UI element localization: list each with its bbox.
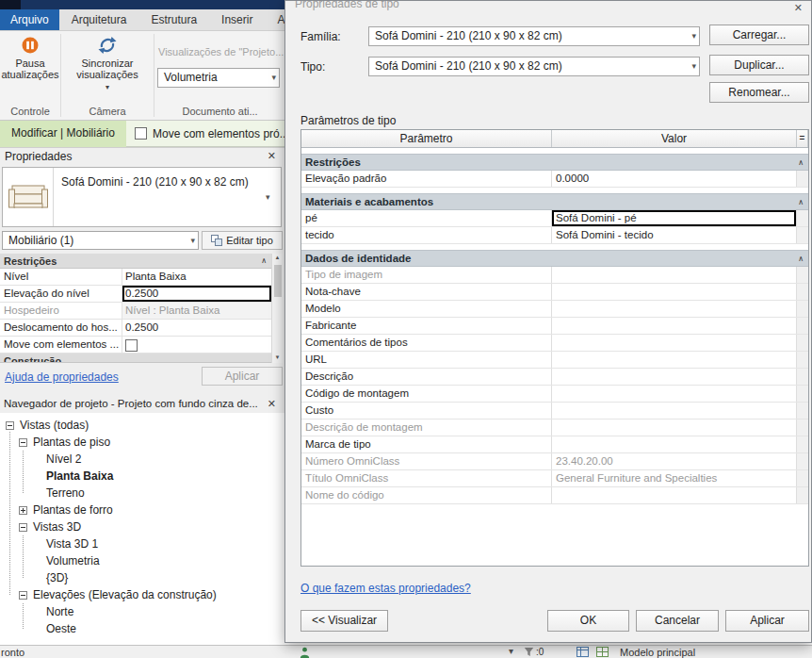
ribbon-tab-arquivo[interactable]: Arquivo — [0, 9, 59, 30]
tree-item[interactable]: Norte — [0, 603, 284, 620]
close-icon[interactable]: ✕ — [794, 2, 803, 14]
worksharing-user-icon[interactable] — [300, 647, 310, 658]
tree-item[interactable]: Volumetria — [0, 552, 284, 569]
associate-parameter-cell — [797, 171, 808, 187]
ribbon-tab-arquitetura[interactable]: Arquitetura — [59, 9, 139, 30]
sync-icon — [97, 36, 118, 55]
palette-section-header-clipped[interactable]: Construção — [0, 354, 271, 363]
parameter-row: Número OmniClass23.40.20.00 — [301, 453, 808, 470]
sync-views-button[interactable]: Sincronizar visualizações ▾ — [62, 34, 153, 94]
preview-button[interactable]: << Visualizar — [300, 610, 388, 632]
tree-item[interactable]: Vista 3D 1 — [0, 535, 284, 552]
property-value[interactable]: 0.2500 — [122, 286, 271, 302]
load-button[interactable]: Carregar... — [709, 25, 809, 45]
parameter-name-cell: Tipo de imagem — [301, 267, 552, 283]
dialog-help-link[interactable]: O que fazem estas propriedades? — [300, 582, 471, 595]
parameter-value-cell[interactable] — [552, 369, 797, 385]
tree-item[interactable]: Terreno — [0, 485, 284, 502]
property-value[interactable]: Nível : Planta Baixa — [122, 303, 271, 319]
parameter-value-cell[interactable] — [552, 335, 797, 351]
tree-item-label: Vista 3D 1 — [46, 537, 98, 551]
palette-apply-button[interactable]: Aplicar — [202, 367, 283, 386]
collapse-icon[interactable] — [19, 523, 27, 532]
parameter-value-cell[interactable]: General Furniture and Specialties — [552, 470, 797, 486]
parameter-group-header[interactable]: Restrições∧ — [301, 154, 808, 171]
parameter-row: Código de montagem — [301, 386, 808, 403]
parameter-value-cell[interactable] — [552, 267, 797, 283]
panel-label-documento: Documento ati... — [155, 106, 284, 117]
tree-item[interactable]: Planta Baixa — [0, 468, 284, 485]
close-icon[interactable]: ✕ — [268, 150, 276, 162]
edit-type-button[interactable]: Editar tipo — [202, 231, 283, 250]
dialog-apply-button[interactable]: Aplicar — [725, 610, 809, 632]
parameter-value-cell[interactable]: 0.0000 — [552, 171, 797, 187]
type-selector[interactable]: Sofá Domini - 210 (210 x 90 x 82 cm) ▾ — [2, 167, 282, 227]
type-parameters-table: Parâmetro Valor = Restrições∧Elevação pa… — [300, 129, 809, 567]
parameter-row: Título OmniClassGeneral Furniture and Sp… — [301, 470, 808, 487]
parameter-name-cell: Fabricante — [301, 318, 552, 334]
scroll-down-icon[interactable]: ▼ — [272, 354, 283, 362]
collapse-icon[interactable] — [6, 421, 14, 430]
parameter-row: péSofá Domini - pé — [301, 210, 808, 227]
ribbon-tab-inserir[interactable]: Inserir — [209, 9, 265, 30]
parameter-row: Descrição de montagem — [301, 419, 808, 436]
parameter-value-cell[interactable] — [552, 419, 797, 436]
family-combo[interactable]: Sofá Domini - 210 (210 x 90 x 82 cm) ▾ — [368, 26, 700, 46]
parameter-row: Custo — [301, 403, 808, 419]
property-value[interactable] — [122, 337, 271, 353]
tree-item[interactable]: Nível 2 — [0, 451, 284, 468]
tree-item[interactable]: Oeste — [0, 620, 284, 637]
type-combo[interactable]: Sofá Domini - 210 (210 x 90 x 82 cm) ▾ — [368, 57, 700, 76]
parameter-row: Modelo — [301, 301, 808, 318]
parameter-value-cell[interactable] — [552, 403, 797, 419]
parameter-value-cell[interactable] — [552, 352, 797, 368]
properties-help-link[interactable]: Ajuda de propriedades — [5, 370, 119, 384]
selection-combo[interactable]: Mobiliário (1) ▾ — [2, 231, 199, 250]
parameter-group-header[interactable]: Dados de identidade∧ — [301, 250, 808, 267]
parameter-value-cell[interactable]: Sofá Domini - tecido — [552, 227, 797, 243]
cancel-button[interactable]: Cancelar — [636, 610, 719, 632]
collapse-icon[interactable] — [19, 591, 27, 600]
parameter-value-cell[interactable]: 23.40.20.00 — [552, 453, 797, 469]
expand-icon[interactable] — [19, 506, 27, 515]
pause-updates-button[interactable]: Pausa atualizações — [1, 34, 59, 94]
palette-section-header[interactable]: Restrições ∧ — [0, 254, 271, 269]
property-value[interactable]: Planta Baixa — [122, 269, 271, 285]
palette-scrollbar[interactable]: ▲ ▼ — [271, 254, 283, 363]
parameter-value-cell[interactable] — [552, 284, 797, 300]
close-icon[interactable]: ✕ — [268, 398, 276, 410]
associate-parameter-cell — [797, 301, 808, 317]
move-with-elements-checkbox[interactable] — [125, 339, 138, 352]
tree-item[interactable]: Plantas de forro — [0, 502, 284, 518]
panel-icon[interactable] — [577, 647, 589, 657]
ribbon-tab-estrutura[interactable]: Estrutura — [138, 9, 209, 30]
scroll-up-icon[interactable]: ▲ — [272, 254, 283, 262]
pause-icon — [21, 36, 40, 55]
tree-item[interactable]: Vistas (todas) — [0, 417, 284, 434]
rename-button[interactable]: Renomear... — [709, 82, 809, 103]
collapse-icon[interactable] — [19, 438, 27, 447]
parameter-value-cell[interactable] — [552, 436, 797, 452]
property-row: Deslocamento do hos...0.2500 — [0, 320, 271, 337]
parameter-value-cell[interactable] — [552, 301, 797, 317]
parameter-value-cell[interactable] — [552, 386, 797, 402]
scrollbar-thumb[interactable] — [274, 265, 282, 297]
parameter-value-cell[interactable] — [552, 487, 797, 503]
tree-item[interactable]: Plantas de piso — [0, 434, 284, 451]
duplicate-button[interactable]: Duplicar... — [709, 55, 809, 75]
ok-button[interactable]: OK — [547, 610, 629, 632]
tree-item[interactable]: Vistas 3D — [0, 518, 284, 535]
tree-item[interactable]: {3D} — [0, 569, 284, 586]
parameter-value-cell[interactable]: Sofá Domini - pé — [552, 210, 797, 226]
tree-item[interactable]: Elevações (Elevação da construção) — [0, 586, 284, 603]
parameter-value-cell[interactable] — [552, 318, 797, 334]
parameter-row: Descrição — [301, 369, 808, 386]
grid-icon[interactable] — [596, 647, 609, 657]
filter-icon[interactable] — [524, 647, 534, 657]
property-value[interactable]: 0.2500 — [122, 320, 271, 336]
chevron-down-icon[interactable]: ▾ — [509, 646, 513, 656]
parameter-group-header[interactable]: Materiais e acabamentos∧ — [301, 193, 808, 210]
view-combo[interactable]: Volumetria ▾ — [157, 68, 280, 88]
move-with-nearby-checkbox[interactable] — [135, 127, 147, 140]
property-label: Hospedeiro — [0, 303, 122, 319]
